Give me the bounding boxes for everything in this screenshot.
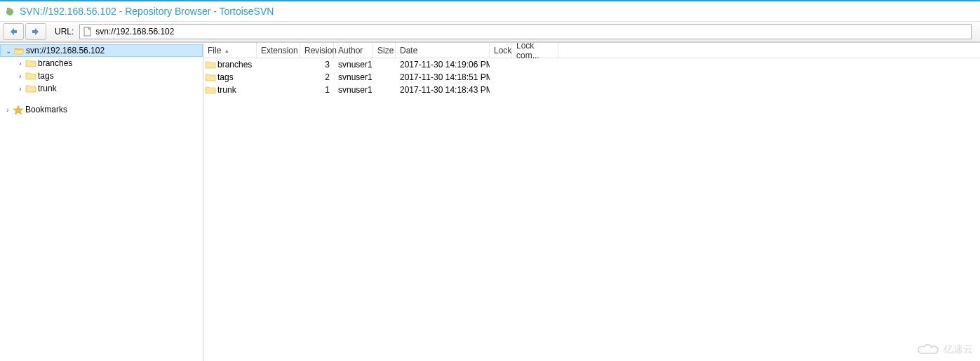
chevron-right-icon[interactable]: › [15, 58, 25, 68]
tree-root-label: svn://192.168.56.102 [26, 46, 105, 55]
cell-author: svnuser1 [338, 72, 372, 82]
document-icon [83, 27, 93, 37]
cell-date: 2017-11-30 14:18:51 PM [400, 72, 490, 82]
column-header-lock-comment[interactable]: Lock com... [512, 43, 558, 58]
tree-child-label: trunk [38, 84, 57, 93]
tree-root-item[interactable]: ⌄ svn://192.168.56.102 [0, 44, 203, 57]
tree-child-item[interactable]: › trunk [0, 82, 203, 95]
cell-date: 2017-11-30 14:19:06 PM [400, 60, 490, 70]
chevron-right-icon[interactable]: › [15, 84, 25, 93]
navigation-toolbar: URL: [0, 21, 980, 42]
tree-child-item[interactable]: › branches [0, 57, 203, 70]
tree-child-label: tags [38, 71, 54, 81]
table-row[interactable]: trunk1svnuser12017-11-30 14:18:43 PM [203, 84, 980, 96]
column-header-date[interactable]: Date [396, 43, 490, 58]
chevron-right-icon[interactable]: › [15, 71, 25, 81]
star-icon [13, 105, 24, 114]
svg-point-2 [7, 8, 8, 9]
folder-icon [205, 72, 216, 82]
folder-open-icon [13, 46, 25, 55]
tree-panel[interactable]: ⌄ svn://192.168.56.102 › branches › tags… [0, 43, 203, 361]
folder-icon [205, 60, 216, 70]
arrow-right-icon [31, 27, 41, 37]
arrow-left-icon [8, 27, 18, 37]
column-header-size[interactable]: Size [373, 43, 396, 58]
cell-revision: 3 [325, 60, 330, 70]
tree-bookmarks-item[interactable]: › Bookmarks [0, 103, 203, 116]
url-label: URL: [55, 27, 74, 37]
column-header-extension[interactable]: Extension [257, 43, 300, 58]
tortoisesvn-icon [4, 6, 15, 17]
folder-icon [205, 85, 216, 95]
table-row[interactable]: branches3svnuser12017-11-30 14:19:06 PM [203, 58, 980, 71]
url-field-container[interactable] [79, 24, 972, 39]
window-titlebar: SVN://192.168.56.102 - Repository Browse… [0, 1, 980, 21]
main-split: ⌄ svn://192.168.56.102 › branches › tags… [0, 42, 980, 361]
cell-file: tags [217, 72, 234, 82]
folder-icon [25, 71, 36, 81]
tree-child-item[interactable]: › tags [0, 70, 203, 82]
chevron-down-icon[interactable]: ⌄ [4, 46, 13, 55]
column-header-file[interactable]: File ▴ [203, 43, 257, 58]
column-header-revision[interactable]: Revision [300, 43, 334, 58]
column-header-lock[interactable]: Lock [490, 43, 512, 58]
folder-icon [25, 84, 36, 93]
file-list-panel: File ▴ Extension Revision Author Size Da… [203, 43, 980, 361]
cell-file: trunk [217, 85, 236, 95]
table-row[interactable]: tags2svnuser12017-11-30 14:18:51 PM [203, 71, 980, 84]
cell-revision: 1 [325, 85, 330, 95]
cell-author: svnuser1 [338, 60, 372, 70]
list-header-row: File ▴ Extension Revision Author Size Da… [203, 43, 980, 58]
url-input[interactable] [95, 27, 968, 37]
folder-icon [25, 58, 36, 68]
cell-author: svnuser1 [338, 85, 372, 95]
list-rows-container: branches3svnuser12017-11-30 14:19:06 PMt… [203, 58, 980, 96]
sort-asc-icon: ▴ [225, 47, 229, 54]
svg-point-1 [7, 8, 10, 11]
forward-button[interactable] [25, 23, 46, 40]
back-button[interactable] [3, 23, 24, 40]
tree-bookmarks-label: Bookmarks [25, 105, 67, 114]
window-title: SVN://192.168.56.102 - Repository Browse… [20, 6, 274, 17]
cell-date: 2017-11-30 14:18:43 PM [400, 85, 490, 95]
tree-child-label: branches [38, 58, 72, 68]
cell-file: branches [217, 60, 252, 70]
cell-revision: 2 [325, 72, 330, 82]
column-header-author[interactable]: Author [334, 43, 373, 58]
chevron-right-icon[interactable]: › [3, 105, 13, 114]
